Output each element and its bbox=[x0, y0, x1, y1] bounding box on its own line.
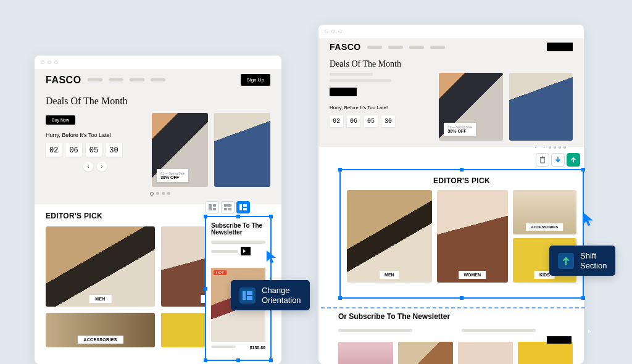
delete-section-button[interactable] bbox=[536, 153, 549, 167]
svg-rect-11 bbox=[247, 296, 252, 300]
resize-handle[interactable] bbox=[236, 358, 240, 362]
text-stub bbox=[330, 73, 373, 76]
product-thumb[interactable] bbox=[338, 342, 393, 364]
window-dot bbox=[54, 60, 58, 64]
resize-handle[interactable] bbox=[269, 215, 273, 218]
countdown-label: Hurry, Before It's Too Late! bbox=[46, 132, 144, 138]
site-header: FASCO bbox=[318, 38, 584, 56]
svg-rect-7 bbox=[243, 204, 247, 207]
window-titlebar bbox=[318, 25, 584, 38]
countdown-timer: 02 06 05 30 bbox=[46, 143, 144, 157]
countdown-timer: 02 06 05 30 bbox=[330, 115, 431, 127]
nav-item[interactable] bbox=[367, 46, 382, 49]
input-stub[interactable] bbox=[211, 241, 265, 244]
input-stub[interactable] bbox=[211, 250, 238, 253]
resize-handle[interactable] bbox=[338, 296, 342, 300]
tooltip-label: ChangeOrientation bbox=[262, 286, 301, 305]
cursor-pointer-icon bbox=[581, 211, 595, 230]
newsletter-title: Subscribe To The Newsletter bbox=[211, 222, 265, 236]
text-stub bbox=[330, 79, 391, 82]
nav-item[interactable] bbox=[88, 78, 102, 81]
layout-option-horizontal[interactable] bbox=[206, 201, 219, 213]
trash-icon bbox=[539, 156, 546, 163]
newsletter-alt-section: Or Subscribe To The Newsletter bbox=[338, 312, 573, 364]
hero-section: Deals Of The Month Buy Now Hurry, Before… bbox=[35, 91, 281, 204]
carousel-pager: ‹ › bbox=[46, 157, 144, 172]
hero-image-1: 01 — Spring Sale 30% OFF bbox=[439, 73, 502, 141]
card-accessories[interactable]: ACCESSORIES bbox=[46, 313, 155, 347]
layout-option-vertical[interactable] bbox=[221, 201, 235, 213]
hero-section: Deals Of The Month Hurry, Before It's To… bbox=[318, 56, 584, 147]
card-men[interactable]: MEN bbox=[46, 226, 155, 307]
move-down-button[interactable] bbox=[551, 153, 565, 167]
svg-rect-9 bbox=[243, 291, 246, 300]
buy-now-button[interactable]: Buy Now bbox=[46, 115, 75, 125]
nav-item[interactable] bbox=[109, 78, 123, 81]
svg-rect-3 bbox=[224, 204, 231, 207]
nav-item[interactable] bbox=[151, 78, 165, 81]
carousel-dots[interactable] bbox=[150, 192, 170, 196]
svg-rect-6 bbox=[239, 204, 242, 210]
orientation-toolbar bbox=[206, 201, 250, 213]
section-action-toolbar bbox=[536, 153, 580, 167]
card-accessories[interactable]: ACCESSORIES bbox=[513, 190, 576, 234]
layout-option-mixed[interactable] bbox=[236, 201, 250, 213]
input-stub[interactable] bbox=[462, 329, 536, 332]
resize-handle[interactable] bbox=[204, 215, 207, 218]
svg-rect-2 bbox=[213, 208, 216, 210]
resize-handle[interactable] bbox=[236, 215, 240, 218]
product-price bbox=[547, 336, 572, 344]
card-men[interactable]: MEN bbox=[347, 190, 432, 283]
send-button[interactable] bbox=[241, 247, 251, 255]
section-divider-guide bbox=[321, 307, 585, 308]
svg-rect-4 bbox=[224, 208, 227, 210]
nav-item[interactable] bbox=[130, 78, 144, 81]
window-dot bbox=[325, 30, 328, 33]
resize-handle[interactable] bbox=[204, 287, 207, 291]
svg-rect-5 bbox=[228, 208, 231, 210]
product-thumb[interactable] bbox=[518, 342, 573, 364]
countdown-label: Hurry, Before It's Too Late! bbox=[330, 105, 431, 110]
resize-handle[interactable] bbox=[581, 296, 585, 300]
nav-item[interactable] bbox=[409, 46, 424, 49]
shift-section-tooltip: ShiftSection bbox=[549, 246, 615, 276]
countdown-box: 02 bbox=[46, 143, 62, 157]
resize-handle[interactable] bbox=[269, 358, 273, 362]
resize-handle[interactable] bbox=[581, 168, 585, 172]
hero-image-2 bbox=[214, 113, 270, 187]
card-women[interactable]: WOMEN bbox=[437, 190, 508, 283]
buy-now-button[interactable] bbox=[330, 88, 357, 96]
resize-handle[interactable] bbox=[460, 296, 464, 300]
carousel-next[interactable]: › bbox=[97, 162, 107, 172]
window-dot bbox=[48, 60, 51, 64]
promo-badge: 01 — Spring Sale 30% OFF bbox=[444, 123, 475, 136]
svg-rect-8 bbox=[243, 208, 247, 210]
nav-item[interactable] bbox=[388, 46, 403, 49]
product-name-stub bbox=[211, 345, 236, 348]
hero-title: Deals Of The Month bbox=[330, 59, 573, 69]
countdown-box: 30 bbox=[106, 143, 122, 157]
input-stub[interactable] bbox=[338, 329, 412, 332]
window-dot bbox=[338, 30, 342, 33]
resize-handle[interactable] bbox=[460, 168, 464, 172]
selected-editors-pick-section[interactable]: EDITOR'S PICK MEN WOMEN ACCESSORIES KIDS bbox=[339, 169, 584, 299]
section-title: EDITOR'S PICK bbox=[341, 170, 583, 190]
hot-badge: HOT bbox=[214, 270, 227, 275]
svg-rect-10 bbox=[247, 291, 252, 295]
resize-handle[interactable] bbox=[338, 168, 342, 172]
signup-button[interactable] bbox=[547, 43, 573, 51]
hero-title: Deals Of The Month bbox=[46, 96, 270, 107]
move-up-button[interactable] bbox=[567, 153, 580, 167]
signup-button[interactable]: Sign Up bbox=[241, 74, 270, 86]
carousel-controls[interactable]: ←→ bbox=[534, 144, 566, 150]
hero-image-2 bbox=[509, 73, 573, 141]
resize-handle[interactable] bbox=[204, 358, 207, 362]
site-header: FASCO Sign Up bbox=[35, 69, 281, 91]
carousel-prev[interactable]: ‹ bbox=[83, 162, 93, 172]
nav-item[interactable] bbox=[430, 46, 445, 49]
product-thumb[interactable] bbox=[398, 342, 453, 364]
window-dot bbox=[41, 60, 44, 64]
tooltip-label: ShiftSection bbox=[580, 251, 607, 270]
change-orientation-tooltip: ChangeOrientation bbox=[231, 280, 310, 310]
product-thumb[interactable] bbox=[458, 342, 513, 364]
